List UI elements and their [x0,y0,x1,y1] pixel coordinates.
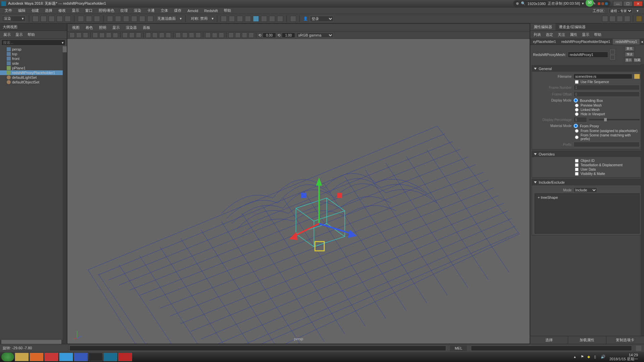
node-tab-shape[interactable]: redshiftProxyPlaceholderShape1 [558,39,613,45]
film-gate-icon[interactable] [99,33,105,38]
tray-up-icon[interactable]: ▴ [574,355,579,359]
outliner-menu-help[interactable]: 帮助 [25,32,37,38]
back-icon[interactable] [269,16,275,22]
exposure-icon[interactable] [228,33,234,38]
new-scene-icon[interactable] [33,16,39,22]
attr-scrollbar[interactable] [641,64,644,336]
snap-toggle-icon[interactable] [147,16,153,22]
chevron-down-icon[interactable]: ▾ [62,41,64,45]
render-settings-icon[interactable] [237,16,243,22]
display-mode-hide-radio[interactable] [575,112,579,116]
folder-icon[interactable] [634,74,640,79]
menu-edit[interactable]: 编辑 [15,7,28,14]
menu-arnold[interactable]: Arnold [185,8,201,13]
display-mode-preview-radio[interactable] [575,104,579,107]
screen-recorder-status[interactable]: ⊕ 🔍 644x362 正在录制 [00:03:58] ▾ 📷 ✎ [513,0,610,7]
material-mode-scene2-radio[interactable] [575,135,579,139]
section-include-header[interactable]: Include/Exclude [532,179,642,185]
filename-input[interactable] [574,74,632,79]
exposure-reset-icon[interactable]: ⟲ [258,33,261,38]
menu-render[interactable]: 渲染 [131,7,144,14]
load-attributes-button[interactable]: 加载属性 [568,336,606,344]
motion-blur-icon[interactable] [166,33,171,38]
script-editor-icon[interactable] [636,346,641,351]
attr-menu-show[interactable]: 显示 [580,32,591,38]
workspace-dropdown[interactable]: 建模 - 专家 [609,8,633,13]
menu-file[interactable]: 文件 [2,7,15,14]
shadows-icon[interactable] [152,33,158,38]
playblast-icon[interactable] [261,16,267,22]
start-button[interactable] [1,353,14,361]
snap-curve-icon[interactable] [115,16,121,22]
colorspace-dropdown[interactable]: sRGB gamma [297,33,333,38]
smooth-shade-icon[interactable] [129,33,135,38]
outliner-menu-show[interactable]: 展示 [1,32,13,38]
render-icon[interactable] [242,33,247,38]
record-dot-icon[interactable] [598,2,600,5]
taskbar-app-skype[interactable] [74,353,88,361]
script-output[interactable] [471,346,632,351]
grid-icon[interactable] [93,33,98,38]
menu-stereo[interactable]: 立体 [158,7,171,14]
node-name-input[interactable] [568,52,608,58]
presets-button[interactable]: 预设 [625,52,635,57]
outliner-tree[interactable]: persp top front side pPlane1 redshiftPro… [0,46,67,340]
gamma-input[interactable] [282,33,295,38]
input-conn-icon[interactable] [610,50,615,54]
menu-cache[interactable]: 缓存 [171,7,184,14]
menu-select[interactable]: 选择 [42,7,55,14]
taskbar-app-recorder[interactable] [118,353,132,361]
command-line-input[interactable] [69,346,446,351]
redo-icon[interactable] [65,16,71,22]
pause-icon[interactable] [277,16,283,22]
attr-body[interactable]: General Filename Use File Sequence Frame… [530,64,644,336]
outliner-search-input[interactable] [3,41,62,45]
select-tool-icon[interactable] [78,16,84,22]
chevron-down-icon[interactable]: ▾ [582,1,584,6]
override-tess-checkbox[interactable] [575,163,579,167]
shelf-layout4-icon[interactable] [624,16,630,22]
outliner-item-objectset[interactable]: defaultObjectSet [0,80,67,84]
attr-menu-help[interactable]: 帮助 [592,32,603,38]
ao-icon[interactable] [159,33,164,38]
viewport-3d[interactable]: persp [67,39,530,344]
ipr-icon[interactable] [249,33,254,38]
menu-texture[interactable]: 纹理 [118,7,130,14]
outliner-item-top[interactable]: top [0,52,67,56]
include-mode-dropdown[interactable]: Include [574,187,597,193]
tab-prev-icon[interactable]: ◂ [640,40,644,44]
snapshot-icon[interactable] [235,33,240,38]
taskbar-clock[interactable]: 14:29 2018/1/15 星期一 [607,353,640,361]
snap-point-icon[interactable] [123,16,129,22]
symmetry-label[interactable]: 对称: 禁用 [189,16,210,21]
tray-volume-icon[interactable]: 🔊 [601,355,605,359]
taskbar-app-weibo[interactable] [30,353,44,361]
forward-icon[interactable] [290,16,296,22]
vp-menu-shading[interactable]: 着色 [83,24,96,31]
attr-menu-attributes[interactable]: 属性 [568,32,579,38]
menu-set-dropdown[interactable]: 渲染▾ [2,16,25,22]
outliner-hscroll[interactable] [0,340,67,344]
mel-label[interactable]: MEL [450,346,467,351]
vp-menu-panels[interactable]: 面板 [140,24,153,31]
maximize-button[interactable]: ☐ [623,1,633,6]
pause-dot-icon[interactable] [601,2,604,5]
tab-channel-box[interactable]: 通道盒/层编辑器 [555,23,589,31]
override-visibility-checkbox[interactable] [575,172,579,176]
menu-lighting[interactable]: 照明/着色 [96,7,117,14]
outliner-menu-display[interactable]: 显示 [13,32,25,38]
poly-icon[interactable] [205,33,211,38]
undo-icon[interactable] [57,16,63,22]
outliner-item-front[interactable]: front [0,56,67,61]
vp-menu-renderer[interactable]: 渲染器 [123,24,140,31]
taskbar-app-explorer[interactable] [15,353,29,361]
gate-mask-icon[interactable] [113,33,118,38]
image-plane-icon[interactable] [83,33,88,38]
chevron-down-icon[interactable]: ▾ [180,16,182,21]
close-button[interactable]: ✕ [633,1,643,6]
lasso-tool-icon[interactable] [86,16,92,22]
attr-menu-list[interactable]: 列表 [532,32,543,38]
use-sequence-checkbox[interactable] [575,80,579,84]
outliner-item-proxy[interactable]: redshiftProxyPlaceholder1 [0,70,67,75]
taskbar-app-maya[interactable] [103,353,117,361]
